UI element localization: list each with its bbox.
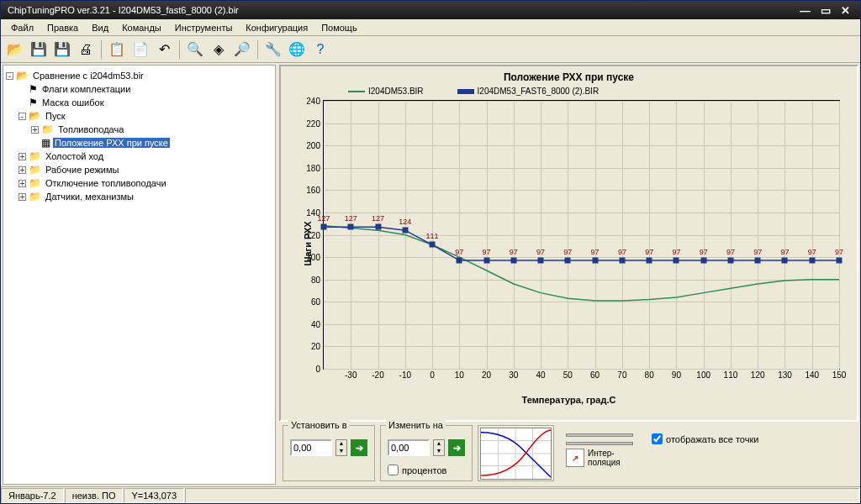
- chart-title: Положение РХХ при пуске: [281, 71, 857, 83]
- help-icon[interactable]: ?: [309, 39, 331, 60]
- tree-fuel[interactable]: +📁Топливоподача: [3, 123, 275, 136]
- percent-checkbox[interactable]: [388, 465, 399, 475]
- workarea: -📂Сравнение с i204dm53.bir ⚑Флаги компле…: [1, 63, 860, 486]
- tree-flags[interactable]: ⚑Флаги комплектации: [3, 82, 275, 96]
- folder-icon: 📁: [41, 123, 54, 135]
- undo-icon[interactable]: ↶: [153, 39, 175, 60]
- menu-edit[interactable]: Правка: [40, 21, 85, 34]
- saveas-icon[interactable]: 💾: [51, 39, 73, 60]
- minichart-group: [478, 425, 554, 481]
- showall-label: отображать все точки: [666, 434, 758, 444]
- showall-checkbox[interactable]: [652, 433, 663, 444]
- change-group: Изменить на ▲▼ ➔ процентов: [380, 425, 473, 481]
- window-buttons: — ▭ ✕: [800, 4, 857, 17]
- folder-icon: 📁: [29, 150, 41, 162]
- tree-work[interactable]: +📁Рабочие режимы: [3, 163, 275, 176]
- change-apply-button[interactable]: ➔: [448, 439, 465, 456]
- status-empty: [185, 488, 859, 503]
- map-icon: ▦: [41, 137, 50, 149]
- percent-label: процентов: [402, 465, 446, 475]
- tree-pxx[interactable]: ▦Положение РХХ при пуске: [3, 136, 275, 150]
- status-ecu: Январь-7.2: [1, 488, 64, 503]
- tree-sensors[interactable]: +📁Датчики, механизмы: [3, 190, 275, 203]
- statusbar: Январь-7.2 неизв. ПО Y=143,073: [1, 486, 860, 503]
- window-title: ChipTuningPRO ver.3.21 - I204DM53_fast6_…: [4, 5, 800, 15]
- folder-icon: 📁: [29, 177, 41, 189]
- change-input[interactable]: [388, 439, 430, 456]
- close-button[interactable]: ✕: [841, 4, 850, 17]
- slider-interp-group: ↗ Интер- поляция: [559, 425, 640, 481]
- interp-label: Интер- поляция: [588, 449, 621, 467]
- legend-item-1: I204DM53.BIR: [368, 87, 424, 96]
- menu-help[interactable]: Помощь: [314, 21, 364, 34]
- menu-file[interactable]: Файл: [4, 21, 40, 34]
- folder-icon: 📁: [29, 164, 41, 176]
- tree-errmask[interactable]: ⚑Маска ошибок: [3, 96, 275, 109]
- menu-config[interactable]: Конфигурация: [239, 21, 314, 34]
- tree-idle[interactable]: +📁Холостой ход: [3, 150, 275, 163]
- legend: I204DM53.BIR I204DM53_FAST6_8000 (2).BIR: [348, 87, 599, 96]
- info-icon[interactable]: ◈: [208, 39, 230, 60]
- main-window: ChipTuningPRO ver.3.21 - I204DM53_fast6_…: [0, 0, 861, 504]
- menu-view[interactable]: Вид: [85, 21, 115, 34]
- minimize-button[interactable]: —: [800, 4, 811, 17]
- change-label: Изменить на: [386, 420, 446, 430]
- toolbar: 📂 💾 💾 🖨 📋 📄 ↶ 🔍 ◈ 🔎 🔧 🌐 ?: [1, 36, 860, 63]
- bottom-controls: Установить в ▲▼ ➔ Изменить на ▲▼ ➔ проце…: [279, 422, 858, 485]
- folder-icon: 📂: [16, 70, 29, 81]
- set-group: Установить в ▲▼ ➔: [283, 425, 375, 481]
- slider-2[interactable]: [566, 442, 633, 445]
- tool2-icon[interactable]: 🌐: [286, 39, 308, 60]
- status-fw: неизв. ПО: [65, 488, 124, 503]
- copy-icon[interactable]: 📋: [106, 39, 128, 60]
- save-icon[interactable]: 💾: [28, 39, 50, 60]
- menubar: Файл Правка Вид Команды Инструменты Конф…: [1, 19, 860, 36]
- tree-root[interactable]: -📂Сравнение с i204dm53.bir: [3, 69, 275, 82]
- tree-cutoff[interactable]: +📁Отключение топливоподачи: [3, 176, 275, 190]
- paste-icon[interactable]: 📄: [129, 39, 151, 60]
- chart-area: Положение РХХ при пуске I204DM53.BIR I20…: [279, 65, 858, 422]
- showall-group: отображать все точки: [645, 425, 765, 481]
- folder-icon: 📂: [29, 110, 41, 122]
- mask-icon: ⚑: [29, 97, 38, 108]
- tool1-icon[interactable]: 🔧: [262, 39, 284, 60]
- change-spin[interactable]: ▲▼: [433, 439, 445, 456]
- tree-pusk[interactable]: -📂Пуск: [3, 109, 275, 123]
- tree-panel[interactable]: -📂Сравнение с i204dm53.bir ⚑Флаги компле…: [3, 65, 276, 485]
- zoom-icon[interactable]: 🔎: [231, 39, 253, 60]
- x-axis-label: Температура, град.C: [281, 395, 857, 405]
- folder-icon: 📁: [29, 191, 41, 202]
- chart-panel: Положение РХХ при пуске I204DM53.BIR I20…: [279, 65, 858, 485]
- slider-1[interactable]: [566, 433, 633, 437]
- legend-item-2: I204DM53_FAST6_8000 (2).BIR: [478, 87, 600, 96]
- find-icon[interactable]: 🔍: [184, 39, 206, 60]
- menu-commands[interactable]: Команды: [115, 21, 168, 34]
- set-spin[interactable]: ▲▼: [335, 439, 347, 456]
- menu-tools[interactable]: Инструменты: [168, 21, 240, 34]
- set-label: Установить в: [288, 420, 350, 430]
- maximize-button[interactable]: ▭: [821, 4, 831, 17]
- titlebar: ChipTuningPRO ver.3.21 - I204DM53_fast6_…: [1, 1, 860, 19]
- mini-chart[interactable]: [480, 428, 552, 480]
- status-coord: Y=143,073: [124, 488, 184, 503]
- set-input[interactable]: [290, 439, 332, 456]
- set-apply-button[interactable]: ➔: [351, 439, 367, 456]
- interp-icon[interactable]: ↗: [566, 449, 584, 467]
- flags-icon: ⚑: [29, 83, 38, 95]
- open-icon[interactable]: 📂: [4, 39, 26, 60]
- print-icon[interactable]: 🖨: [75, 39, 97, 60]
- plot-area[interactable]: 020406080100120140160180200220240-30-20-…: [323, 100, 840, 370]
